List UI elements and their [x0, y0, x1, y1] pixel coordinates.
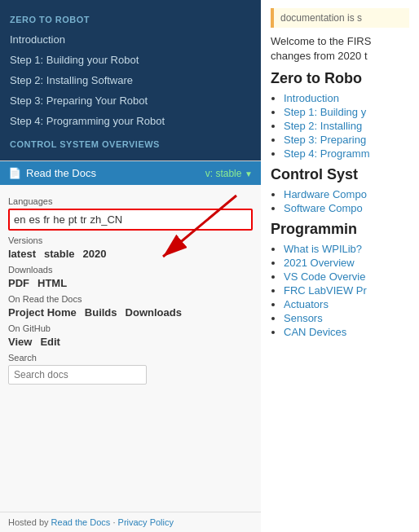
section-heading-programming: Programmin — [271, 221, 409, 238]
languages-label: Languages — [8, 196, 253, 206]
footer-separator: · — [112, 517, 115, 527]
link-2021[interactable]: 2021 Overview — [284, 257, 355, 269]
nav-section-zero-to-robot: ZERO TO ROBOT — [0, 7, 261, 29]
link-step1[interactable]: Step 1: Building y — [284, 106, 366, 118]
list-item: Step 3: Preparing — [284, 134, 409, 146]
link-intro[interactable]: Introduction — [284, 92, 339, 104]
link-vscode[interactable]: VS Code Overvie — [284, 270, 365, 283]
list-item: Step 4: Programm — [284, 147, 409, 160]
list-item: Actuators — [284, 298, 409, 310]
download-html[interactable]: HTML — [37, 277, 67, 289]
list-item: Software Compo — [284, 202, 409, 214]
on-github-label: On GitHub — [8, 323, 253, 333]
rtd-icon: 📄 — [8, 167, 21, 179]
programming-list: What is WPILib? 2021 Overview VS Code Ov… — [271, 243, 409, 338]
rtd-header-left: 📄 Read the Docs — [8, 167, 96, 179]
content-notice: documentation is s — [271, 8, 409, 28]
footer-privacy-link[interactable]: Privacy Policy — [118, 517, 174, 527]
main-content: documentation is s Welcome to the FIRS c… — [261, 0, 419, 532]
github-links-row: View Edit — [8, 336, 253, 348]
version-2020[interactable]: 2020 — [83, 248, 107, 260]
download-pdf[interactable]: PDF — [8, 277, 29, 289]
link-labview[interactable]: FRC LabVIEW Pr — [284, 284, 367, 297]
link-step2[interactable]: Step 2: Installing — [284, 120, 362, 132]
link-can-devices[interactable]: CAN Devices — [284, 326, 346, 338]
versions-label: Versions — [8, 235, 253, 245]
link-step3[interactable]: Step 3: Preparing — [284, 134, 366, 146]
list-item: Sensors — [284, 312, 409, 324]
nav-section-control-system: CONTROL SYSTEM OVERVIEWS — [0, 131, 261, 154]
list-item: FRC LabVIEW Pr — [284, 284, 409, 297]
on-rtd-label: On Read the Docs — [8, 294, 253, 304]
rtd-header: 📄 Read the Docs v: stable ▼ — [0, 161, 261, 185]
rtd-panel: 📄 Read the Docs v: stable ▼ Languages en… — [0, 160, 261, 532]
link-actuators[interactable]: Actuators — [284, 298, 329, 310]
nav-item-introduction[interactable]: Introduction — [0, 29, 261, 50]
lang-zh-cn[interactable]: zh_CN — [90, 213, 122, 226]
list-item: Step 1: Building y — [284, 106, 409, 118]
github-view[interactable]: View — [8, 336, 32, 348]
link-wpilib[interactable]: What is WPILib? — [284, 243, 362, 255]
link-builds[interactable]: Builds — [85, 306, 117, 319]
languages-grid: en es fr he pt tr zh_CN — [8, 209, 253, 231]
rtd-version-selector[interactable]: v: stable ▼ — [205, 167, 253, 179]
control-system-list: Hardware Compo Software Compo — [271, 188, 409, 214]
chevron-down-icon: ▼ — [245, 169, 253, 178]
rtd-header-label: Read the Docs — [26, 167, 96, 179]
sidebar: ZERO TO ROBOT Introduction Step 1: Build… — [0, 0, 261, 532]
link-project-home[interactable]: Project Home — [8, 306, 77, 319]
lang-es[interactable]: es — [29, 213, 40, 226]
github-edit[interactable]: Edit — [40, 336, 60, 348]
link-sensors[interactable]: Sensors — [284, 312, 323, 324]
section-heading-control: Control Syst — [271, 166, 409, 183]
list-item: What is WPILib? — [284, 243, 409, 255]
nav-item-step3[interactable]: Step 3: Preparing Your Robot — [0, 90, 261, 111]
search-label: Search — [8, 353, 253, 363]
nav-item-step2[interactable]: Step 2: Installing Software — [0, 70, 261, 90]
search-input[interactable] — [8, 365, 147, 385]
notice-text: documentation is s — [280, 12, 362, 24]
link-downloads[interactable]: Downloads — [126, 306, 182, 319]
list-item: CAN Devices — [284, 326, 409, 338]
footer-hosted-text: Hosted by — [8, 517, 49, 527]
rtd-footer: Hosted by Read the Docs · Privacy Policy — [0, 512, 261, 532]
nav-item-step1[interactable]: Step 1: Building your Robot — [0, 50, 261, 70]
zero-to-robot-list: Introduction Step 1: Building y Step 2: … — [271, 92, 409, 160]
list-item: Step 2: Installing — [284, 120, 409, 132]
version-latest[interactable]: latest — [8, 248, 36, 260]
list-item: Hardware Compo — [284, 188, 409, 200]
lang-pt[interactable]: pt — [68, 213, 77, 226]
on-rtd-links-row: Project Home Builds Downloads — [8, 306, 253, 319]
rtd-version-label: v: stable — [205, 168, 242, 179]
nav-item-step4[interactable]: Step 4: Programming your Robot — [0, 111, 261, 131]
lang-en[interactable]: en — [14, 213, 25, 226]
link-step4[interactable]: Step 4: Programm — [284, 147, 370, 160]
list-item: 2021 Overview — [284, 257, 409, 269]
lang-tr[interactable]: tr — [80, 213, 86, 226]
versions-row: latest stable 2020 — [8, 248, 253, 260]
lang-he[interactable]: he — [53, 213, 64, 226]
search-section: Search — [8, 353, 253, 385]
lang-fr[interactable]: fr — [43, 213, 50, 226]
section-heading-zero: Zero to Robo — [271, 70, 409, 87]
list-item: Introduction — [284, 92, 409, 104]
welcome-text: Welcome to the FIRS changes from 2020 t — [271, 34, 409, 64]
list-item: VS Code Overvie — [284, 270, 409, 283]
sidebar-nav: ZERO TO ROBOT Introduction Step 1: Build… — [0, 0, 261, 160]
link-software[interactable]: Software Compo — [284, 202, 363, 214]
rtd-body: Languages en es fr he pt tr zh_CN Versio… — [0, 185, 261, 512]
version-stable[interactable]: stable — [44, 248, 75, 260]
downloads-row: PDF HTML — [8, 277, 253, 289]
footer-rtd-link[interactable]: Read the Docs — [51, 517, 111, 527]
link-hardware[interactable]: Hardware Compo — [284, 188, 367, 200]
downloads-label: Downloads — [8, 265, 253, 275]
